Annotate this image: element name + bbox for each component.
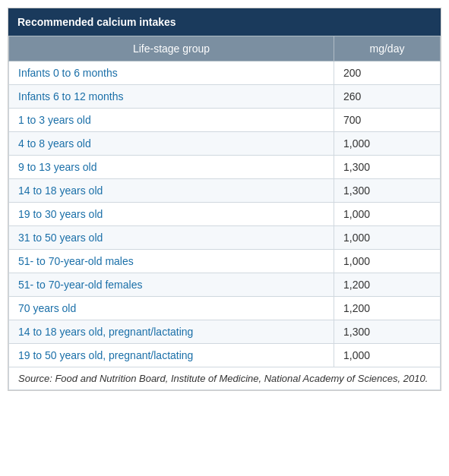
life-stage-group-cell: Infants 0 to 6 months xyxy=(9,61,334,85)
table-row: 70 years old1,200 xyxy=(9,297,441,320)
mg-per-day-cell: 1,000 xyxy=(334,344,441,367)
life-stage-group-cell: 19 to 30 years old xyxy=(9,203,334,226)
table-row: Infants 0 to 6 months200 xyxy=(9,61,441,85)
column-header-mg-per-day: mg/day xyxy=(334,36,441,61)
table-row: 51- to 70-year-old females1,200 xyxy=(9,273,441,297)
source-text: Source: Food and Nutrition Board, Instit… xyxy=(9,367,441,390)
mg-per-day-cell: 1,300 xyxy=(334,320,441,344)
mg-per-day-cell: 1,000 xyxy=(334,132,441,156)
mg-per-day-cell: 1,300 xyxy=(334,156,441,179)
mg-per-day-cell: 200 xyxy=(334,61,441,85)
table-row: 51- to 70-year-old males1,000 xyxy=(9,250,441,273)
life-stage-group-cell: 19 to 50 years old, pregnant/lactating xyxy=(9,344,334,367)
table-row: 31 to 50 years old1,000 xyxy=(9,226,441,250)
life-stage-group-cell: 51- to 70-year-old males xyxy=(9,250,334,273)
table-row: 1 to 3 years old700 xyxy=(9,109,441,132)
life-stage-group-cell: 31 to 50 years old xyxy=(9,226,334,250)
life-stage-group-cell: 1 to 3 years old xyxy=(9,109,334,132)
table-row: 14 to 18 years old1,300 xyxy=(9,179,441,203)
mg-per-day-cell: 1,200 xyxy=(334,273,441,297)
mg-per-day-cell: 1,000 xyxy=(334,250,441,273)
life-stage-group-cell: 70 years old xyxy=(9,297,334,320)
source-row: Source: Food and Nutrition Board, Instit… xyxy=(9,367,441,390)
mg-per-day-cell: 1,000 xyxy=(334,203,441,226)
life-stage-group-cell: 4 to 8 years old xyxy=(9,132,334,156)
life-stage-group-cell: 9 to 13 years old xyxy=(9,156,334,179)
life-stage-group-cell: 14 to 18 years old xyxy=(9,179,334,203)
life-stage-group-cell: 14 to 18 years old, pregnant/lactating xyxy=(9,320,334,344)
column-header-life-stage: Life-stage group xyxy=(9,36,334,61)
table-row: 4 to 8 years old1,000 xyxy=(9,132,441,156)
mg-per-day-cell: 1,300 xyxy=(334,179,441,203)
mg-per-day-cell: 1,000 xyxy=(334,226,441,250)
calcium-table: Life-stage group mg/day Infants 0 to 6 m… xyxy=(8,36,441,390)
mg-per-day-cell: 700 xyxy=(334,109,441,132)
calcium-table-container: Recommended calcium intakes Life-stage g… xyxy=(8,8,441,391)
table-row: 19 to 50 years old, pregnant/lactating1,… xyxy=(9,344,441,367)
mg-per-day-cell: 1,200 xyxy=(334,297,441,320)
table-title: Recommended calcium intakes xyxy=(8,8,441,36)
table-row: 9 to 13 years old1,300 xyxy=(9,156,441,179)
life-stage-group-cell: 51- to 70-year-old females xyxy=(9,273,334,297)
table-row: 19 to 30 years old1,000 xyxy=(9,203,441,226)
table-row: 14 to 18 years old, pregnant/lactating1,… xyxy=(9,320,441,344)
table-row: Infants 6 to 12 months260 xyxy=(9,85,441,109)
life-stage-group-cell: Infants 6 to 12 months xyxy=(9,85,334,109)
mg-per-day-cell: 260 xyxy=(334,85,441,109)
